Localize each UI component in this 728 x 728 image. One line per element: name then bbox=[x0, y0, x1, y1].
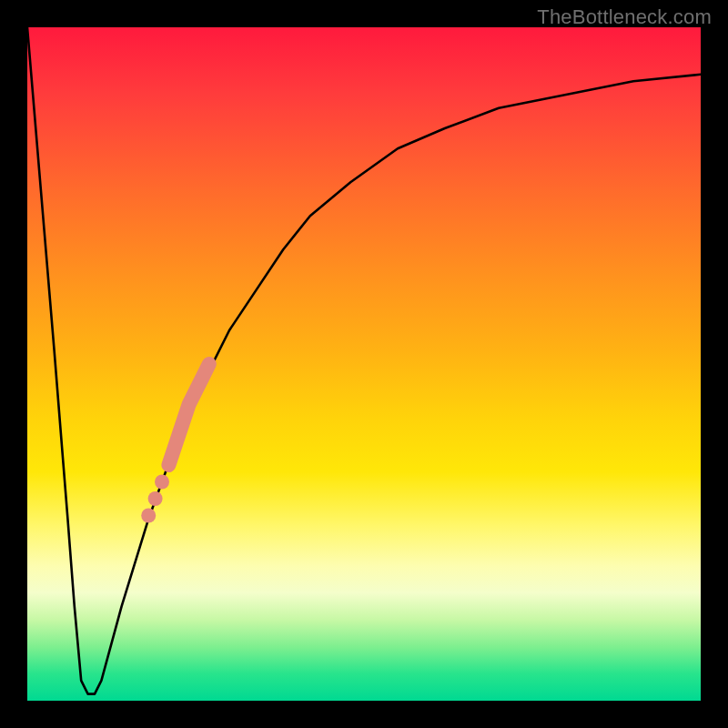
highlighted-dot bbox=[148, 491, 163, 506]
watermark-text: TheBottleneck.com bbox=[537, 5, 712, 29]
highlighted-dots bbox=[141, 475, 169, 523]
chart-svg bbox=[27, 27, 701, 701]
bottleneck-curve-path bbox=[27, 27, 701, 694]
chart-frame: TheBottleneck.com bbox=[0, 0, 728, 728]
highlighted-segment-path bbox=[168, 364, 208, 465]
bottleneck-curve bbox=[27, 27, 701, 694]
plot-area bbox=[27, 27, 701, 701]
highlighted-dot bbox=[155, 475, 169, 490]
highlighted-dot bbox=[141, 509, 156, 523]
highlighted-segment bbox=[168, 364, 208, 465]
